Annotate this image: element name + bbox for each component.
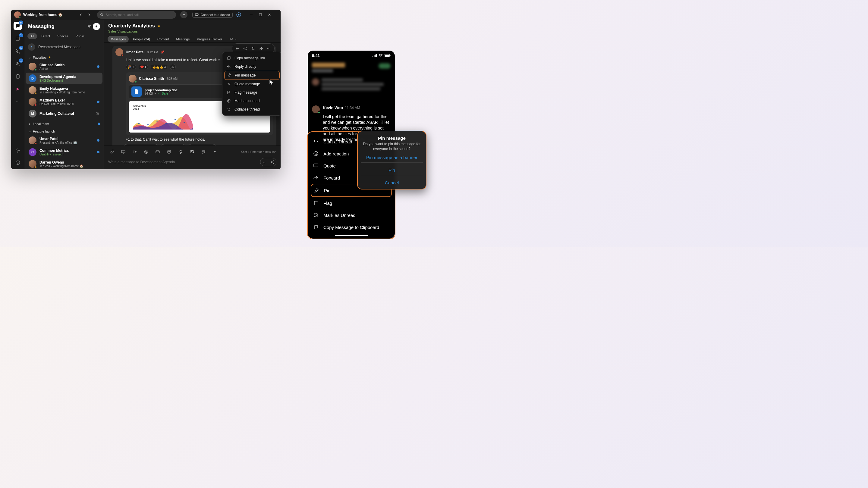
ai-icon[interactable]: ✦ [211,148,218,156]
filter-chip-spaces[interactable]: Spaces [54,33,71,39]
svg-point-30 [169,151,170,152]
ctx-pin-message[interactable]: Pin message [224,71,280,80]
mention-icon[interactable]: @ [177,148,184,156]
conv-emily[interactable]: Emily Nakagawa In a meeting • Working fr… [26,84,102,96]
more-icon[interactable]: ⋯ [265,45,273,52]
desktop-window: Working from home 🏠 + Connect to a devic… [11,10,281,169]
sheet-copy-clipboard[interactable]: Copy Message to Clipboard [311,221,392,233]
search-input[interactable] [105,13,173,17]
tab-progress[interactable]: Progress Tracker [194,36,225,42]
sheet-mark-unread[interactable]: Mark as Unread [311,209,392,221]
tab-meetings[interactable]: Meetings [173,36,193,42]
rail-settings[interactable] [13,147,22,155]
rail-more[interactable]: ⋯ [13,98,22,106]
window-minimize-button[interactable]: ─ [247,11,255,19]
screen-icon[interactable] [120,148,127,156]
section-local-team[interactable]: ›Local team [24,120,104,127]
rail-apps[interactable] [13,85,22,93]
conv-darren[interactable]: Darren Owens In a call • Working from ho… [26,158,102,169]
conv-common-metrics[interactable]: C Common Metrics Usability research [26,147,102,158]
favorite-star-icon[interactable]: ★ [157,24,161,28]
tab-more[interactable]: +3 ⌄ [226,36,240,42]
format-icon[interactable]: Tт [131,148,138,156]
new-action-button[interactable]: + [180,11,187,19]
message-author: Kevin Woo [323,105,343,110]
conv-umar[interactable]: Umar Patel Presenting • At the office 🏢 [26,135,102,146]
unread-icon [313,213,319,218]
rail-help[interactable]: ? [13,158,22,167]
reaction-pill[interactable]: 🎉1 [126,65,136,69]
sidebar: Messaging + All Direct Spaces Public Rec… [24,20,104,169]
conv-development-agenda[interactable]: D Development Agenda ENG Deployment [26,73,102,84]
send-options-button[interactable]: ⌄ [260,158,268,166]
attach-icon[interactable] [108,148,116,156]
conv-marketing[interactable]: M Marketing Collateral [26,108,102,119]
emoji-icon[interactable] [143,148,150,156]
gif-icon[interactable]: GIF [154,148,161,156]
unread-dot [97,151,99,153]
recommended-row[interactable]: Recommended Messages [24,41,104,53]
collapse-button[interactable]: Collapse [161,144,186,145]
popover-opt-pin[interactable]: Pin [362,164,422,174]
popover-cancel[interactable]: Cancel [362,176,422,187]
reaction-pill[interactable]: 👍👍👍3 [150,65,168,69]
conv-name: Marketing Collateral [39,111,93,116]
filter-chip-all[interactable]: All [27,33,37,39]
composer-input[interactable] [108,160,258,164]
popover-opt-banner[interactable]: Pin message as a banner [362,151,422,161]
remind-icon[interactable] [250,45,257,52]
svg-point-7 [18,63,19,64]
nav-forward-button[interactable] [86,11,93,19]
ctx-reply-directly[interactable]: Reply directly [224,62,280,71]
filter-chip-direct[interactable]: Direct [38,33,53,39]
self-avatar[interactable] [14,11,21,18]
nav-back-button[interactable] [77,11,84,19]
rail-messaging[interactable]: 5 [13,22,22,30]
window-close-button[interactable]: ✕ [265,11,274,19]
home-indicator[interactable] [335,235,368,236]
apps-icon[interactable] [200,148,207,156]
bitmoji-icon[interactable] [165,148,173,156]
svg-rect-33 [202,150,203,152]
forward-icon[interactable] [257,45,265,52]
add-reaction-button[interactable]: ☺ [170,64,176,70]
svg-point-0 [101,13,103,16]
ctx-copy-link[interactable]: Copy message link [224,54,280,62]
image-icon[interactable] [188,148,195,156]
rail-files[interactable] [13,72,22,81]
forward-icon [313,175,319,181]
sheet-flag[interactable]: Flag [311,197,392,209]
window-maximize-button[interactable] [256,11,265,19]
summarize-button[interactable]: ✦Summarize [188,144,216,145]
reply-icon[interactable] [234,45,241,52]
author-avatar[interactable] [129,75,136,83]
rail-teams[interactable]: 1 [13,60,22,68]
tab-content[interactable]: Content [154,36,172,42]
react-icon[interactable] [242,45,249,52]
conv-matthew[interactable]: Matthew Baker Do Not Disturb until 16:00 [26,96,102,107]
connect-device-button[interactable]: Connect to a device [192,12,232,18]
ctx-flag[interactable]: Flag message [224,88,280,97]
ctx-collapse-thread[interactable]: Collapse thread [224,105,280,113]
reply-thread-button[interactable]: Reply to thread [124,144,158,145]
rail-calls[interactable]: 1 [13,47,22,56]
reaction-pill[interactable]: ❤️1 [138,65,149,69]
section-favorites[interactable]: ⌄Favorites★ [24,53,104,61]
rail-calendar[interactable]: 1 [13,34,22,43]
ctx-mark-unread[interactable]: Mark as unread [224,97,280,105]
tab-messages[interactable]: Messages [107,36,129,42]
author-avatar[interactable] [312,105,320,113]
filter-chip-public[interactable]: Public [73,33,88,39]
sidebar-new-button[interactable]: + [93,23,100,30]
search-bar[interactable] [97,11,176,19]
author-avatar[interactable] [116,48,123,56]
space-subtitle[interactable]: Sales Visualizations [108,30,276,33]
section-feature-launch[interactable]: ⌄Feature launch [24,127,104,134]
help-bubble-icon[interactable] [235,11,242,19]
ctx-quote[interactable]: Quote message [224,80,280,88]
conv-clarissa[interactable]: Clarissa Smith Active [26,61,102,72]
tab-people[interactable]: People (24) [130,36,153,42]
svg-point-20 [175,119,176,120]
send-button[interactable] [268,158,276,166]
sidebar-filter-button[interactable] [86,23,93,30]
